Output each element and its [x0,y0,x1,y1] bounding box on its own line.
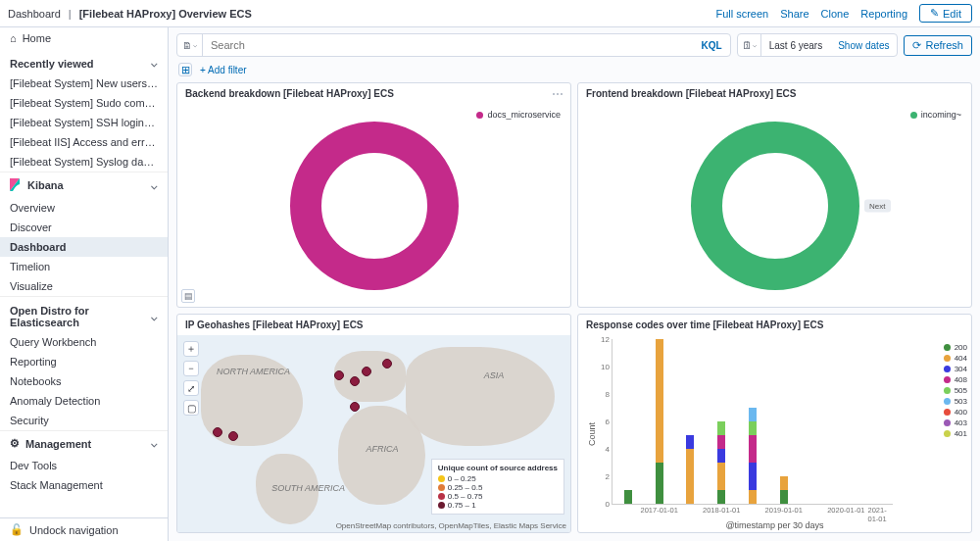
chevron-down-icon: ⌵ [151,311,158,323]
sidebar-item[interactable]: Reporting [0,352,168,371]
breadcrumb-root[interactable]: Dashboard [8,8,61,20]
zoom-in-icon[interactable]: ＋ [183,341,199,357]
stacked-bar-chart[interactable]: 0246810122017-01-012018-01-012019-01-012… [612,339,893,505]
legend-item[interactable]: incoming~ [910,110,961,120]
edit-button[interactable]: ✎ Edit [919,4,972,23]
kibana-icon [10,178,22,192]
sidebar-group-opendistro[interactable]: Open Distro for Elasticsearch ⌵ [0,296,168,332]
sidebar-item[interactable]: [Filebeat System] Sudo commands ECS [0,93,168,113]
sidebar-item[interactable]: Stack Management [0,475,168,495]
fullscreen-link[interactable]: Full screen [715,8,768,20]
refresh-icon: ⟳ [912,39,921,52]
map[interactable]: NORTH AMERICA SOUTH AMERICA AFRICA ASIA [177,335,570,532]
show-dates[interactable]: Show dates [830,40,897,51]
sidebar-group-recent[interactable]: Recently viewed ⌵ [0,49,168,74]
sidebar-group-management[interactable]: ⚙ Management ⌵ [0,430,168,456]
breadcrumb-sep: | [69,8,72,20]
legend-item[interactable]: 200 [944,343,967,352]
donut-backend [286,118,463,294]
geo-point[interactable] [382,359,392,369]
sidebar-item[interactable]: Dashboard [0,237,168,257]
box-select-icon[interactable]: ▢ [183,400,199,416]
chevron-down-icon: ⌵ [151,57,158,70]
legend-item[interactable]: 505 [944,386,967,395]
sidebar-item[interactable]: Notebooks [0,371,168,391]
sidebar-home[interactable]: ⌂ Home [0,27,168,49]
sidebar-item[interactable]: Anomaly Detection [0,391,168,411]
next-pill[interactable]: Next [864,199,890,212]
map-legend: Unique count of source address 0 – 0.250… [431,459,564,515]
panel-frontend-breakdown: Frontend breakdown [Filebeat HAProxy] EC… [577,82,972,308]
zoom-out-icon[interactable]: － [183,361,199,376]
panel-geohashes: IP Geohashes [Filebeat HAProxy] ECS NORT… [176,314,571,533]
kql-toggle[interactable]: KQL [694,40,730,51]
search-input[interactable] [203,39,694,51]
time-picker[interactable]: 🗓⌵ Last 6 years Show dates [737,33,899,57]
sidebar-item[interactable]: [Filebeat System] New users and group… [0,74,168,93]
sidebar-item[interactable]: [Filebeat IIS] Access and error logs ECS [0,132,168,152]
fit-icon[interactable]: ⤢ [183,380,199,396]
chevron-down-icon: ⌵ [151,179,158,192]
sidebar-item[interactable]: [Filebeat System] Syslog dashboard ECS [0,152,168,172]
reporting-link[interactable]: Reporting [860,8,907,20]
pencil-icon: ✎ [930,7,939,20]
lock-icon: 🔓 [10,523,24,536]
share-link[interactable]: Share [780,8,808,20]
home-icon: ⌂ [10,32,17,44]
panel-response-codes: Response codes over time [Filebeat HAPro… [577,314,972,533]
top-breadcrumb-bar: Dashboard | [Filebeat HAProxy] Overview … [0,0,980,27]
sidebar-item[interactable]: Security [0,411,168,430]
sidebar-item[interactable]: Discover [0,218,168,237]
add-filter[interactable]: + Add filter [200,65,247,75]
sidebar-item[interactable]: Query Workbench [0,332,168,352]
legend-item[interactable]: 503 [944,397,967,406]
breadcrumb-current: [Filebeat HAProxy] Overview ECS [79,8,252,20]
legend-item[interactable]: 304 [944,365,967,373]
panel-options-icon[interactable]: ⋯ [552,87,564,101]
gear-icon: ⚙ [10,437,20,450]
calendar-icon: 🗓⌵ [738,34,761,56]
panel-backend-breakdown: Backend breakdown [Filebeat HAProxy] ECS… [176,82,571,308]
svg-point-0 [306,137,443,274]
legend-item[interactable]: 400 [944,408,967,417]
saved-query-icon[interactable]: 🗎⌵ [177,34,203,56]
filter-menu-icon[interactable]: ⊞ [178,63,192,76]
legend-item[interactable]: 401 [944,429,967,438]
sidebar-item[interactable]: Overview [0,198,168,218]
sidebar-group-kibana[interactable]: Kibana ⌵ [0,172,168,198]
query-bar: 🗎⌵ KQL [176,33,731,57]
sidebar-item[interactable]: Timelion [0,257,168,276]
chevron-down-icon: ⌵ [151,437,158,450]
undock-nav[interactable]: 🔓 Undock navigation [0,518,168,541]
legend-item[interactable]: docs_microservice [476,110,561,120]
legend-item[interactable]: 404 [944,354,967,363]
legend-item[interactable]: 408 [944,375,967,384]
sidebar-item[interactable]: Dev Tools [0,456,168,475]
sidebar-item[interactable]: [Filebeat System] SSH login attempts E… [0,113,168,132]
clone-link[interactable]: Clone [821,8,850,20]
sidebar-item[interactable]: Visualize [0,276,168,296]
donut-frontend: Next [687,118,863,294]
sidebar: ⌂ Home Recently viewed ⌵ [Filebeat Syste… [0,27,169,541]
refresh-button[interactable]: ⟳ Refresh [904,35,972,56]
svg-point-1 [707,137,844,274]
legend-item[interactable]: 403 [944,418,967,427]
table-icon[interactable]: ▤ [181,289,195,303]
